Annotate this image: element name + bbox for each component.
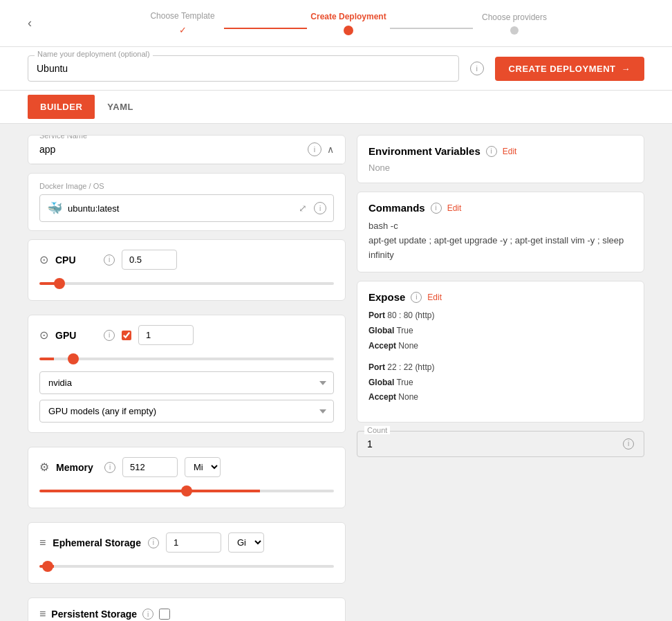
step-dot-active (344, 26, 353, 35)
docker-image-input[interactable] (68, 203, 292, 214)
gpu-info-icon[interactable]: i (104, 330, 115, 341)
count-value: 1 (367, 438, 373, 449)
service-name-card: Service Name i ∧ (28, 135, 346, 165)
gpu-vendor-select[interactable]: nvidia amd (39, 371, 334, 394)
port-label-2: Port (368, 362, 385, 372)
memory-value-input[interactable] (122, 457, 178, 477)
main-content: Service Name i ∧ Docker Image / OS 🐳 ⤢ i (0, 124, 672, 621)
cpu-slider[interactable] (39, 282, 334, 285)
memory-label: Memory (56, 462, 97, 473)
gpu-value-input[interactable] (138, 325, 194, 345)
external-link-icon[interactable]: ⤢ (297, 201, 308, 215)
ephemeral-storage-unit-select[interactable]: Gi Mi (228, 532, 264, 553)
expose-info-icon[interactable]: i (411, 292, 422, 303)
top-bar: Name your deployment (optional) i CREATE… (0, 47, 672, 91)
global-value-1: True (396, 326, 413, 335)
expose-edit-link[interactable]: Edit (427, 293, 442, 302)
env-vars-value: None (368, 163, 633, 173)
persistent-storage-checkbox[interactable] (159, 609, 170, 620)
commands-card: Commands i Edit bash -c apt-get update ;… (357, 192, 644, 272)
ephemeral-storage-label: Ephemeral Storage (53, 537, 141, 548)
content-grid: Service Name i ∧ Docker Image / OS 🐳 ⤢ i (28, 135, 644, 621)
gpu-section: ⊙ GPU i nvidia amd GPU models (any if em… (28, 315, 346, 433)
tab-yaml[interactable]: YAML (95, 91, 146, 123)
env-vars-title: Environment Variables (368, 145, 480, 157)
docker-image-card: Docker Image / OS 🐳 ⤢ i (28, 173, 346, 231)
wizard-step-choose-providers: Choose providers (473, 12, 556, 35)
left-panel: Service Name i ∧ Docker Image / OS 🐳 ⤢ i (28, 135, 346, 621)
collapse-button[interactable]: ∧ (327, 144, 334, 155)
ephemeral-storage-value-input[interactable] (166, 532, 221, 553)
persistent-storage-label: Persistent Storage (51, 609, 137, 620)
count-info-icon[interactable]: i (623, 438, 634, 449)
cpu-label: CPU (55, 254, 97, 266)
memory-row: ⚙ Memory i Mi Gi (39, 457, 334, 477)
tab-builder[interactable]: BUILDER (28, 95, 95, 119)
commands-line1: bash -c (368, 219, 633, 234)
step-line-1 (224, 28, 307, 29)
service-name-label: Service Name (39, 135, 87, 140)
back-button[interactable]: ‹ (28, 16, 32, 30)
memory-section: ⚙ Memory i Mi Gi (28, 447, 346, 508)
expose-port-1: Port 80 : 80 (http) Global True Accept N… (368, 308, 633, 353)
cpu-value-input[interactable] (122, 250, 177, 270)
gpu-vendor-row: nvidia amd (39, 371, 334, 394)
ephemeral-storage-info-icon[interactable]: i (148, 537, 159, 548)
cpu-icon: ⊙ (39, 253, 48, 266)
service-name-input[interactable] (39, 144, 281, 155)
arrow-icon: → (622, 64, 631, 74)
right-panel: Environment Variables i Edit None Comman… (357, 135, 644, 621)
count-label: Count (364, 426, 390, 434)
deployment-name-input[interactable] (28, 55, 459, 82)
tabs-bar: BUILDER YAML (0, 91, 672, 124)
gpu-label: GPU (55, 330, 97, 341)
accept-value-2: None (398, 392, 418, 402)
memory-unit-select[interactable]: Mi Gi (185, 457, 221, 477)
accept-label-2: Accept (368, 392, 396, 402)
env-vars-info-icon[interactable]: i (486, 146, 497, 157)
docker-info-icon[interactable]: i (314, 202, 326, 214)
expose-title: Expose (368, 291, 405, 303)
ephemeral-storage-section: ≡ Ephemeral Storage i Gi Mi (28, 522, 346, 584)
memory-icon: ⚙ (39, 461, 49, 474)
expose-card: Expose i Edit Port 80 : 80 (http) Global… (357, 281, 644, 423)
deployment-info-icon[interactable]: i (470, 62, 484, 75)
wizard-step-choose-template: Choose Template ✓ (141, 11, 224, 35)
port-label-1: Port (368, 310, 385, 320)
docker-icon: 🐳 (47, 201, 62, 216)
wizard-step-create-deployment: Create Deployment (307, 12, 390, 35)
gpu-slider[interactable] (39, 358, 334, 360)
accept-label-1: Accept (368, 341, 396, 351)
gpu-model-select[interactable]: GPU models (any if empty) (39, 400, 334, 423)
ephemeral-storage-slider[interactable] (39, 565, 334, 568)
commands-info-icon[interactable]: i (431, 203, 442, 214)
persistent-storage-info-icon[interactable]: i (142, 609, 153, 620)
check-icon: ✓ (179, 25, 187, 35)
global-label-1: Global (368, 326, 394, 335)
memory-info-icon[interactable]: i (104, 462, 115, 473)
port-value-2: 22 : 22 (http) (387, 362, 434, 372)
service-info-icon[interactable]: i (308, 142, 321, 156)
gpu-enabled-checkbox[interactable] (122, 331, 131, 340)
ephemeral-storage-icon: ≡ (39, 537, 46, 549)
count-row: 1 i (367, 438, 634, 449)
memory-slider[interactable] (39, 490, 334, 492)
wizard-step-label: Choose Template (150, 11, 214, 21)
create-deployment-button[interactable]: CREATE DEPLOYMENT → (495, 57, 644, 81)
global-value-2: True (396, 378, 413, 387)
cpu-info-icon[interactable]: i (104, 254, 115, 266)
gpu-row: ⊙ GPU i (39, 325, 334, 345)
env-vars-title-row: Environment Variables i Edit (368, 145, 633, 157)
gpu-icon: ⊙ (39, 328, 48, 342)
expose-title-row: Expose i Edit (368, 291, 633, 303)
gpu-model-row: GPU models (any if empty) (39, 400, 334, 423)
env-vars-edit-link[interactable]: Edit (503, 147, 517, 156)
docker-input-row: 🐳 ⤢ i (39, 194, 334, 222)
port-value-1: 80 : 80 (http) (387, 310, 434, 320)
cpu-section: ⊙ CPU i (28, 239, 346, 301)
persistent-storage-icon: ≡ (39, 608, 46, 620)
wizard-step-label-active: Create Deployment (310, 12, 386, 21)
commands-line2: apt-get update ; apt-get upgrade -y ; ap… (368, 234, 633, 263)
step-dot-pending (510, 26, 519, 35)
commands-edit-link[interactable]: Edit (447, 203, 462, 213)
